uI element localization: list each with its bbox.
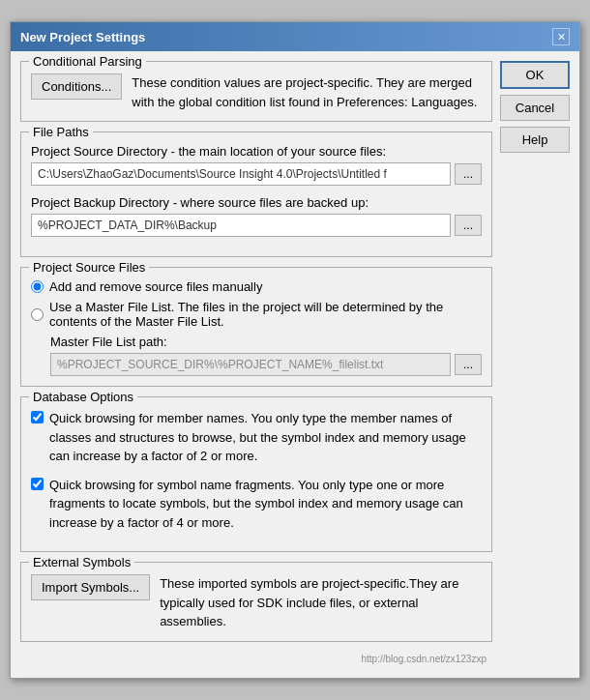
backup-dir-input[interactable]	[31, 214, 451, 237]
source-dir-browse-button[interactable]: ...	[455, 163, 482, 185]
quick-browsing-fragments-text: Quick browsing for symbol name fragments…	[49, 476, 482, 533]
watermark: http://blog.csdn.net/zx123zxp	[20, 652, 492, 668]
external-symbols-label: External Symbols	[29, 555, 134, 569]
conditional-parsing-section: Conditional Parsing Conditions... These …	[20, 61, 492, 122]
action-buttons: OK Cancel Help	[500, 61, 570, 668]
import-symbols-button[interactable]: Import Symbols...	[31, 574, 150, 600]
dialog-title: New Project Settings	[20, 30, 145, 44]
source-dir-input[interactable]	[31, 162, 451, 186]
external-symbols-section: External Symbols Import Symbols... These…	[20, 562, 492, 642]
master-list-label: Master File List path:	[50, 335, 482, 349]
conditional-description: These condition values are project-speci…	[132, 73, 482, 111]
close-button[interactable]: ✕	[552, 28, 570, 45]
quick-browsing-fragments-checkbox[interactable]	[31, 478, 44, 490]
import-symbols-description: These imported symbols are project-speci…	[160, 574, 482, 631]
conditional-parsing-label: Conditional Parsing	[29, 54, 146, 69]
cancel-button[interactable]: Cancel	[500, 95, 570, 121]
radio-master[interactable]	[31, 308, 44, 321]
quick-browsing-members-text: Quick browsing for member names. You onl…	[49, 409, 482, 466]
conditions-button[interactable]: Conditions...	[31, 73, 122, 100]
database-options-label: Database Options	[29, 390, 137, 404]
project-source-files-label: Project Source Files	[29, 260, 149, 275]
quick-browsing-members-checkbox[interactable]	[31, 411, 44, 423]
radio-manual-label: Add and remove source files manually	[49, 279, 262, 294]
source-dir-label: Project Source Directory - the main loca…	[31, 144, 482, 159]
file-paths-section: File Paths Project Source Directory - th…	[20, 131, 492, 257]
backup-dir-browse-button[interactable]: ...	[455, 215, 482, 236]
database-options-section: Database Options Quick browsing for memb…	[20, 396, 492, 552]
master-list-browse-button[interactable]: ...	[455, 354, 482, 375]
master-list-input[interactable]	[50, 353, 451, 376]
help-button[interactable]: Help	[500, 127, 570, 153]
file-paths-label: File Paths	[29, 125, 93, 139]
backup-dir-label: Project Backup Directory - where source …	[31, 195, 482, 210]
project-source-files-section: Project Source Files Add and remove sour…	[20, 267, 492, 387]
radio-manual[interactable]	[31, 280, 44, 293]
ok-button[interactable]: OK	[500, 61, 570, 89]
radio-master-label: Use a Master File List. The files in the…	[49, 300, 482, 329]
